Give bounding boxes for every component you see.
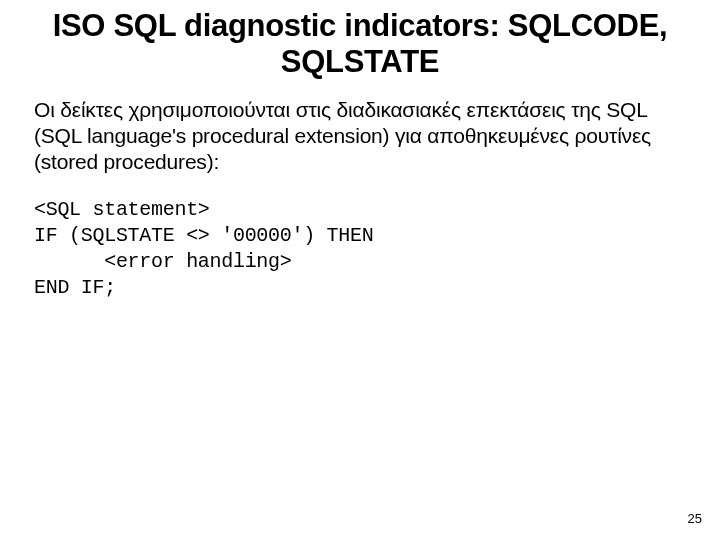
code-line-3: <error handling> (34, 250, 291, 273)
code-line-1: <SQL statement> (34, 198, 210, 221)
slide-title: ISO SQL diagnostic indicators: SQLCODE, … (30, 0, 690, 97)
code-line-2: IF (SQLSTATE <> '00000') THEN (34, 224, 373, 247)
slide-body-text: Οι δείκτες χρησιμοποιούνται στις διαδικα… (30, 97, 690, 175)
page-number: 25 (688, 511, 702, 526)
slide-container: ISO SQL diagnostic indicators: SQLCODE, … (0, 0, 720, 540)
code-line-4: END IF; (34, 276, 116, 299)
code-block: <SQL statement> IF (SQLSTATE <> '00000')… (30, 197, 690, 301)
